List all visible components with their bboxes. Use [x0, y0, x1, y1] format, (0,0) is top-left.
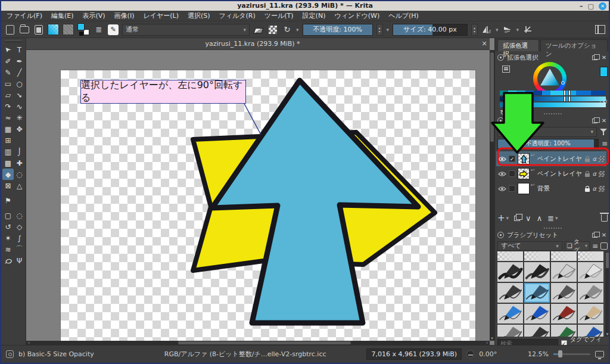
menu-file[interactable]: ファイル(F) — [7, 11, 42, 20]
trim-to-image-button[interactable] — [522, 24, 533, 35]
brush-preset-tile[interactable] — [550, 303, 577, 324]
reload-preset-button[interactable]: ↻ — [282, 24, 292, 35]
similar-color-tool[interactable]: △ — [14, 180, 25, 191]
storage-icon[interactable] — [600, 242, 608, 250]
duplicate-layer-button[interactable] — [514, 216, 520, 221]
docker-lock-icon[interactable] — [497, 54, 504, 61]
poly-select-tool[interactable]: ◇ — [14, 221, 25, 232]
menu-window[interactable]: ウィンドウ(W) — [334, 11, 379, 20]
ellipse-tool[interactable]: ○ — [14, 78, 25, 89]
reload-dropdown-caret[interactable]: ▾ — [296, 27, 299, 33]
filter-layers-icon[interactable] — [600, 128, 608, 136]
hscroll-right-arrow[interactable]: › — [484, 341, 490, 345]
preserve-alpha-button[interactable] — [267, 24, 278, 35]
layer-checkbox[interactable] — [509, 170, 515, 177]
brush-preset-tile[interactable] — [577, 303, 604, 324]
tab-advanced-color-selector[interactable]: 拡張色選択 — [497, 39, 539, 51]
polygon-tool[interactable]: ▱ — [2, 89, 14, 101]
vscroll-down-arrow[interactable]: ▾ — [490, 336, 494, 341]
properties-caret[interactable]: ▾ — [555, 215, 558, 221]
brush-preset-tile[interactable] — [577, 282, 604, 303]
choose-workspace-button[interactable] — [595, 25, 605, 34]
line-tool[interactable]: ╱ — [14, 67, 25, 78]
add-layer-button[interactable]: + — [497, 213, 505, 223]
brush-preset-tile[interactable] — [577, 262, 604, 282]
inherit-alpha-icon[interactable] — [599, 171, 605, 177]
document-tab[interactable]: yazirusi_11.kra (293.9 MiB) * ✕ — [26, 38, 490, 50]
zoom-tool[interactable]: Ϙ — [2, 255, 14, 266]
hscroll-left-arrow[interactable]: ‹ — [26, 341, 32, 345]
layer-row-paint-1[interactable]: ✓ ↩ ペイントレイヤ... α — [496, 151, 606, 166]
ellipse-select-tool[interactable]: ◌ — [14, 210, 25, 221]
color-history-strip[interactable] — [500, 91, 606, 95]
foreground-color-swatch[interactable] — [77, 23, 85, 30]
smart-patch-tool[interactable]: ✚ — [14, 157, 25, 169]
freehand-path-tool[interactable]: ∿ — [14, 101, 25, 112]
visibility-eye-icon[interactable] — [498, 156, 506, 162]
brush-filter-dropdown[interactable]: すべて ▾ — [497, 241, 562, 251]
brush-panel-header[interactable]: ブラシプリセット ✕ — [495, 230, 610, 240]
layer-blending-dropdown[interactable]: ▾ — [497, 127, 597, 137]
move-tool[interactable]: ✥ — [14, 123, 25, 135]
brush-grid-scrollbar[interactable]: ▾ — [605, 251, 609, 337]
transform-tool[interactable]: ▦ — [2, 123, 14, 135]
color-panel-header[interactable]: 拡張色選択 ✕ — [495, 52, 610, 63]
lock-icon[interactable] — [585, 158, 590, 162]
brush-preset-tile[interactable] — [577, 251, 604, 262]
brush-preset-tile[interactable] — [524, 251, 550, 262]
canvas-vertical-scrollbar[interactable]: ▾ — [490, 50, 494, 341]
polyline-tool[interactable]: ➘ — [14, 89, 25, 101]
opacity-spinner[interactable]: ▴▾ — [376, 24, 383, 36]
inherit-alpha-icon[interactable] — [599, 186, 605, 192]
menu-edit[interactable]: 編集(E) — [51, 11, 74, 20]
alpha-icon[interactable]: α — [592, 155, 596, 162]
maximize-button[interactable]: ▢ — [588, 2, 594, 10]
visibility-eye-icon[interactable] — [498, 171, 506, 177]
edit-shapes-tool[interactable]: ✐ — [2, 55, 14, 67]
pattern-swatch[interactable] — [63, 24, 74, 35]
layer-row-background[interactable]: ↩ 背景 α — [496, 181, 606, 196]
size-spinner[interactable]: ▴▾ — [471, 24, 478, 36]
brush-preset-tile[interactable] — [524, 262, 550, 282]
colorize-mask-tool[interactable]: ⊠ — [2, 180, 14, 191]
tab-tool-options[interactable]: ツールのオプション — [540, 39, 608, 51]
toolbox-handle[interactable] — [5, 40, 22, 42]
close-panel-icon[interactable]: ✕ — [600, 232, 608, 238]
gradient-swatch[interactable] — [48, 24, 59, 35]
menu-settings[interactable]: 設定(N) — [303, 11, 326, 20]
rectangle-tool[interactable]: ▭ — [2, 78, 14, 89]
magnetic-select-tool[interactable]: ⌒ — [14, 244, 25, 255]
shade-strip-1[interactable] — [500, 97, 606, 101]
freehand-brush-tool[interactable]: ✎ — [2, 67, 14, 78]
magic-wand-select-tool[interactable]: ✶ — [2, 232, 14, 244]
float-panel-icon[interactable] — [592, 55, 597, 60]
canvas[interactable]: 選択したレイヤーが、左に90°回転する — [61, 70, 475, 341]
vscroll-handle[interactable] — [490, 52, 494, 142]
layer-properties-button[interactable]: ≣ — [547, 214, 554, 223]
layer-thumbnail[interactable] — [518, 153, 530, 164]
canvas-horizontal-scrollbar[interactable]: ‹ › — [26, 341, 490, 345]
delete-layer-button[interactable] — [601, 214, 608, 222]
move-layer-up-button[interactable]: ∧ — [537, 214, 543, 223]
gradient-tool[interactable]: ▥ — [2, 146, 14, 157]
brush-preset-tile[interactable] — [550, 282, 577, 303]
reference-images-tool[interactable]: ⚑ — [2, 195, 14, 206]
minimize-button[interactable]: – — [580, 2, 583, 10]
bezier-curve-tool[interactable]: ↷ — [2, 101, 14, 112]
lasso-select-tool[interactable]: ↺ — [2, 221, 14, 232]
save-button[interactable] — [33, 24, 44, 35]
brush-preset-tile[interactable] — [497, 324, 524, 337]
rect-select-tool[interactable]: ▢ — [2, 210, 14, 221]
opacity-caret[interactable]: ▾ — [387, 27, 390, 33]
float-panel-icon[interactable] — [592, 233, 597, 238]
brush-preset-tile[interactable] — [497, 282, 524, 303]
hue-handle[interactable] — [561, 81, 565, 85]
float-panel-icon[interactable] — [592, 119, 597, 123]
brush-preset-tile[interactable] — [524, 303, 550, 324]
opacity-slider[interactable]: 不透明度: 100% — [303, 24, 373, 36]
layer-opacity-slider[interactable]: 不透明度: 100% — [497, 139, 599, 149]
calligraphy-tool[interactable]: ✒ — [14, 55, 25, 67]
mirror-vertical-button[interactable] — [502, 24, 513, 35]
dynamic-brush-tool[interactable]: ≈ — [2, 112, 14, 123]
layer-row-paint-2[interactable]: ↩ ペイントレイヤ... α — [496, 166, 606, 181]
